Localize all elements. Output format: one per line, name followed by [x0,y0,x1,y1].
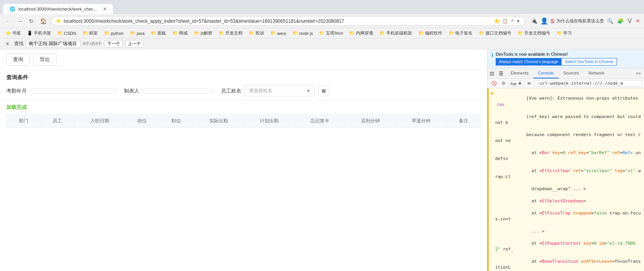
bookmark-item-nodejs[interactable]: 📁 node.js [290,30,315,36]
bookmark-label: 手机书签 [34,30,51,36]
star-icon: ⭐ [5,31,11,36]
col-department: 部门 [7,115,41,128]
bookmark-item-java[interactable]: 📁 java [128,30,147,36]
extensions2-button[interactable]: 🧩 [617,17,624,25]
employee-icon-button[interactable]: ⊞ [318,86,329,96]
bookmark-label: 投诉 [255,30,264,36]
bookmark-item-mobile[interactable]: 📱 手机书签 [25,29,53,37]
url-bar[interactable]: ⭐ localhost:3000/#/workcheck/work_check_… [51,16,525,26]
bookmark-item-tunnel[interactable]: 📁 内网穿透 [347,29,376,37]
status-text: 加载完成 [0,101,487,114]
devtools-notification-content: DevTools is now available in Chinese! Al… [496,52,617,65]
console-entry-vuewarn1: ▲ [Vue warn]: Extraneous non-props attri… [487,88,644,271]
devtools-panel-toggle[interactable]: ⊡ [487,69,496,78]
user-icon[interactable]: 👤 [540,17,548,25]
bookmark-item-panel[interactable]: 📁 面板 [148,29,168,37]
bookmark-item-csdn[interactable]: 📁 CSDN [55,30,78,36]
bookmark-item-star[interactable]: ⭐ 书签 [3,29,23,37]
bookmark-label: js解密 [201,30,212,36]
eye-button[interactable]: 👁 [525,80,533,87]
devtools-console[interactable]: ▲ [Vue warn]: Extraneous non-props attri… [487,88,644,271]
bookmark-label: 编程软件 [425,30,442,36]
find-close-button[interactable]: ✕ [3,40,12,47]
devtools-notification: ℹ DevTools is now available in Chinese! … [487,49,644,68]
folder-icon: 📁 [379,31,385,36]
profile-button[interactable]: V [627,17,633,25]
bookmark-label: python [111,31,124,36]
switch-to-chinese-button[interactable]: Switch DevTools to Chinese [561,58,617,65]
folder-icon: 📁 [479,31,484,36]
creator-input[interactable] [142,89,213,93]
bookmark-item-devdoc2[interactable]: 📁 开发文档编号 [515,29,553,37]
col-actual-attendance: 实际出勤 [193,115,244,128]
find-prev-button[interactable]: 上一个 [125,40,144,47]
employee-select-placeholder: 请选择姓名 [249,87,272,94]
tab-console[interactable]: Console [533,68,558,78]
clear-console-button[interactable]: 🚫 [490,80,498,87]
tab-elements[interactable]: Elements [506,68,533,78]
col-post: 岗位 [125,115,159,128]
bookmark-label: 电子签名 [455,30,473,36]
search-button[interactable]: 🔍 [606,17,614,25]
bookmark-item-framework[interactable]: 📁 框架 [80,29,100,37]
folder-icon: 📁 [349,31,355,36]
bookmark-item-devdoc[interactable]: 📁 开发文档 [216,29,245,37]
search-text: 为什么现在电影票这么贵 [556,18,604,24]
bookmark-item-shop[interactable]: 📁 商城 [170,29,190,37]
bookmark-item-learn[interactable]: 📁 学习 [554,29,574,37]
bookmark-item-complaint[interactable]: 📁 投诉 [246,29,266,37]
bookmark-item-jsdecode[interactable]: 📁 js解密 [192,29,215,37]
folder-icon: 📁 [57,31,63,36]
nav-bar: ← → ↻ 🏠 ⭐ localhost:3000/#/workcheck/wor… [0,14,644,28]
expand-icon[interactable]: ↗ [510,18,514,24]
s-icon[interactable]: S [551,18,554,24]
data-table: 部门 员工 入职日期 岗位 职位 实际出勤 计划出勤 忘记签卡 迟到分钟 早退分… [6,114,481,128]
bookmark-item-apidoc[interactable]: 📁 接口文档编号 [476,29,514,37]
tab-close-icon[interactable]: ✕ [103,6,107,12]
context-select[interactable]: top ▼ [509,80,524,87]
bookmark-item-weui[interactable]: 📁 weui [268,30,288,36]
bookmark-star-icon[interactable]: ⭐ [494,18,500,24]
condition-row: 考勤年月 制表人 员工姓名 请选择姓名 ▼ ⊞ [6,85,481,96]
tab-more[interactable]: >> [633,69,644,78]
extensions-button[interactable]: 🔌 [530,17,538,25]
app-content: 查询 导出 查询条件 考勤年月 制表人 员工姓名 [0,49,487,271]
active-tab[interactable]: 🌐 localhost:3000/#/workcheck/work_check_… [3,4,113,14]
folder-icon: 📁 [249,31,254,36]
back-button[interactable]: ← [3,17,13,25]
employee-select[interactable]: 请选择姓名 ▼ [244,85,315,96]
find-input[interactable] [26,40,81,48]
bookmark-item-mobile-framework[interactable]: 📁 手机前端框架 [377,29,414,37]
home-button[interactable]: 🏠 [38,17,49,25]
bookmark-item-baota[interactable]: 📁 宝塔lixux [317,29,345,37]
tab-sources[interactable]: Sources [558,68,584,78]
match-language-button[interactable]: Always match Chrome's language [496,58,561,65]
bookmark-label: 手机前端框架 [386,30,412,36]
export-button[interactable]: 导出 [33,53,57,66]
col-join-date: 入职日期 [75,115,125,128]
folder-icon: 📁 [292,31,298,36]
bookmark-item-python[interactable]: 📁 python [102,30,126,36]
find-next-button[interactable]: 下一个 [104,40,123,47]
bookmark-label: 框架 [89,30,98,36]
tab-bar: 🌐 localhost:3000/#/workcheck/work_check_… [0,0,644,14]
console-settings-button[interactable]: ⚙ [500,80,507,87]
devtools-toggle2[interactable]: ☰ [496,69,506,78]
folder-icon: 📁 [270,31,276,36]
bookmark-item-coding[interactable]: 📁 编程软件 [416,29,445,37]
close-devtools-icon[interactable]: ✕ [635,17,641,25]
folder-icon: 📁 [172,31,178,36]
forward-button[interactable]: → [15,17,25,25]
tab-network[interactable]: Network [584,68,609,78]
query-button[interactable]: 查询 [6,53,30,66]
console-filter[interactable]: -url:webpack-internal:///./node_m [535,80,642,87]
chevron-down-icon: ▼ [518,81,522,86]
pip-icon[interactable]: 📋 [502,18,508,24]
folder-icon: 📁 [130,31,135,36]
bookmark-label: 宝塔lixux [326,30,343,36]
devtools-panel: ℹ DevTools is now available in Chinese! … [487,49,644,271]
bookmark-item-esign[interactable]: 📁 电子签名 [446,29,475,37]
attendance-month-input[interactable] [30,89,116,93]
chevron-down-icon[interactable]: ▼ [516,19,520,24]
reload-button[interactable]: ↻ [27,17,36,25]
